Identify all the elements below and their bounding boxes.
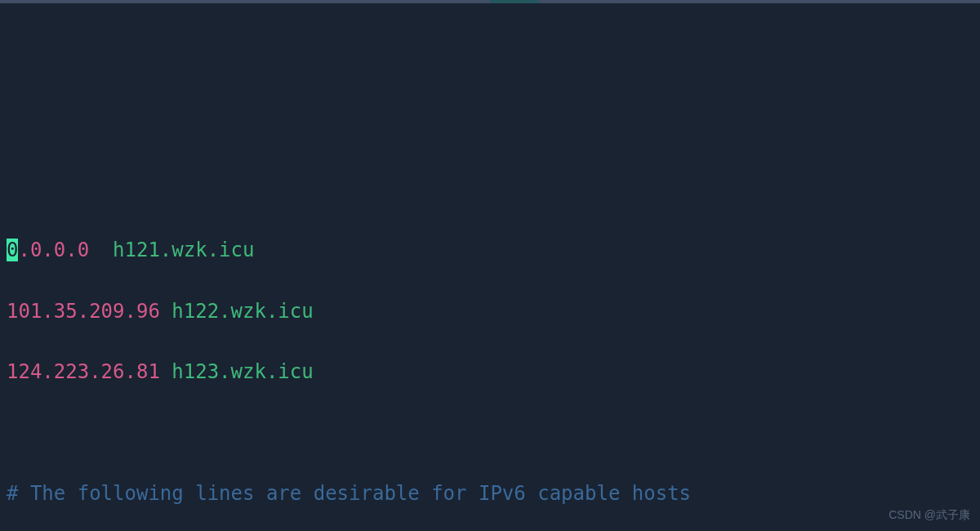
hosts-line[interactable]: 101.35.209.96 h122.wzk.icu (7, 297, 973, 327)
hosts-line[interactable]: 124.223.26.81 h123.wzk.icu (7, 357, 973, 387)
watermark-text: CSDN @武子康 (889, 506, 970, 524)
hostname: h122.wzk.icu (172, 300, 313, 323)
ip-address: 101.35.209.96 (7, 300, 160, 323)
hosts-line[interactable]: 0.0.0.0 h121.wzk.icu (7, 235, 973, 266)
hostname: h123.wzk.icu (172, 360, 313, 383)
hostname: h121.wzk.icu (113, 239, 254, 261)
comment-line[interactable]: # The following lines are desirable for … (7, 479, 973, 509)
cursor-block: 0 (7, 239, 18, 261)
ip-address: .0.0.0 (18, 239, 89, 261)
blank-line[interactable] (7, 417, 973, 448)
comment-text: # The following lines are desirable for … (7, 482, 691, 505)
window-title-bar (0, 0, 980, 3)
ip-address: 124.223.26.81 (7, 360, 160, 383)
editor-area[interactable]: 0.0.0.0 h121.wzk.icu 101.35.209.96 h122.… (7, 205, 973, 531)
